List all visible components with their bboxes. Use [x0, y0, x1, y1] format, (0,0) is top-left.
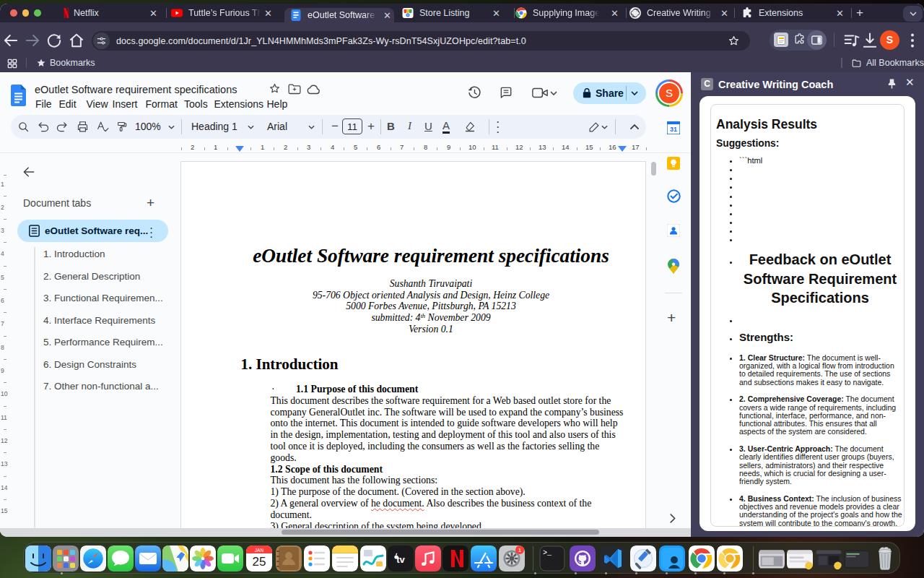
- svg-text:JAN: JAN: [255, 547, 264, 552]
- svg-text:tv: tv: [396, 554, 405, 565]
- svg-text:>_: >_: [543, 549, 552, 557]
- svg-text:31: 31: [670, 126, 677, 133]
- svg-text:1: 1: [518, 546, 522, 553]
- svg-text:25: 25: [253, 555, 266, 569]
